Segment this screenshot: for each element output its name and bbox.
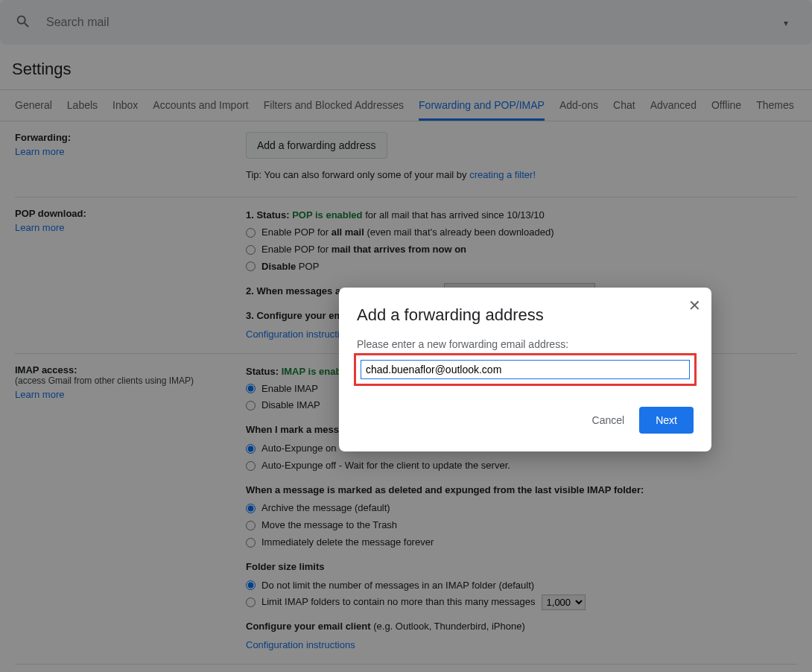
modal-cancel-button[interactable]: Cancel <box>585 408 632 432</box>
input-highlight <box>354 353 697 386</box>
forwarding-address-modal: ✕ Add a forwarding address Please enter … <box>339 288 711 451</box>
forwarding-email-input[interactable] <box>361 360 690 379</box>
close-icon[interactable]: ✕ <box>688 298 701 313</box>
modal-prompt: Please enter a new forwarding email addr… <box>357 338 694 350</box>
modal-title: Add a forwarding address <box>357 305 694 325</box>
modal-next-button[interactable]: Next <box>639 407 694 434</box>
